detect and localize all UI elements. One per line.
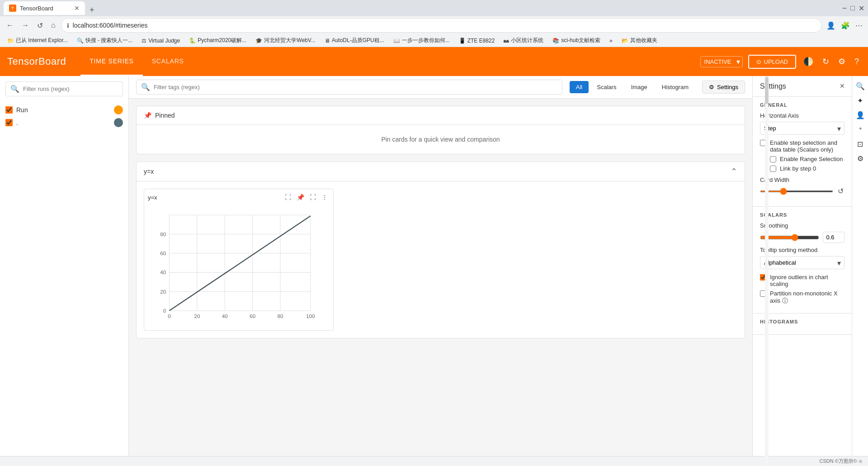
svg-text:0: 0: [168, 313, 171, 319]
right-edge-panel: 🔍 ✦ 👤 ⁺ ⊡ ⚙: [852, 76, 868, 456]
home-button[interactable]: ⌂: [48, 19, 58, 31]
svg-text:80: 80: [160, 231, 166, 237]
tensorboard-header: TensorBoard TIME SERIES SCALARS INACTIVE…: [0, 47, 868, 76]
window-minimize-button[interactable]: −: [842, 4, 847, 13]
more-menu-button[interactable]: ⋯: [854, 19, 864, 32]
right-edge-icon-4[interactable]: ⊡: [854, 138, 867, 150]
svg-text:0: 0: [163, 308, 166, 314]
bookmark-item-other[interactable]: 📂 其他收藏夹: [618, 36, 661, 45]
chart-svg-container: 0 20 40 60 80 0 20 40 60: [148, 205, 330, 327]
bookmark-item-5[interactable]: 🖥 AutoDL-品质GPU租...: [321, 36, 388, 45]
smoothing-label: Smoothing: [760, 222, 844, 229]
ignore-outliers-label: Ignore outliers in chart scaling: [770, 274, 844, 287]
expand-icon[interactable]: ⌃: [731, 166, 737, 176]
help-button[interactable]: ?: [853, 55, 861, 68]
right-edge-icon-1[interactable]: ✦: [854, 94, 867, 107]
right-edge-icon-5[interactable]: ⚙: [854, 152, 867, 165]
filter-search-icon: 🔍: [141, 83, 150, 91]
settings-close-button[interactable]: ×: [840, 81, 844, 91]
right-edge-icon-3[interactable]: ⁺: [854, 123, 867, 136]
card-width-label: Card Width: [760, 176, 844, 183]
fit-button[interactable]: ⛶: [283, 193, 293, 202]
svg-text:60: 60: [160, 250, 166, 256]
bookmark-item-3[interactable]: 🐍 Pycharm2020破解...: [185, 36, 250, 45]
nav-item-scalars[interactable]: SCALARS: [143, 47, 193, 76]
browser-navbar: ← → ↺ ⌂ ℹ localhost:6006/#timeseries 👤 🧩…: [0, 16, 868, 34]
bookmark-item-9[interactable]: 📚 sci-hub文献检索: [549, 36, 604, 45]
pin-icon: 📌: [144, 112, 151, 119]
run-item-0: Run: [5, 104, 123, 116]
theme-toggle-button[interactable]: 🌓: [802, 55, 815, 68]
bookmarks-bar: 📁 已从 Internet Explor... 🔍 快搜 - 搜索快人一... …: [0, 34, 868, 47]
bookmark-item-4[interactable]: 🎓 河北经贸大学WebV...: [252, 36, 319, 45]
enable-range-selection-checkbox[interactable]: [770, 156, 776, 162]
upload-button[interactable]: ⊙ UPLOAD: [748, 55, 796, 69]
svg-text:20: 20: [194, 313, 200, 319]
bookmark-item-8[interactable]: 🏘 小区统计系统: [500, 36, 547, 45]
refresh-button[interactable]: ↻: [821, 55, 831, 68]
back-button[interactable]: ←: [4, 19, 16, 31]
tab-scalars[interactable]: Scalars: [590, 81, 623, 93]
bookmark-item-7[interactable]: 📱 ZTE E8822: [455, 37, 499, 45]
reload-button[interactable]: ↺: [34, 19, 46, 32]
bookmark-item-2[interactable]: ⚖ Virtual Judge: [138, 37, 184, 45]
svg-line-23: [170, 216, 311, 310]
forward-button[interactable]: →: [19, 19, 32, 31]
run-checkbox-0[interactable]: [5, 106, 13, 114]
settings-scrollbar-track: [765, 76, 769, 456]
settings-button[interactable]: ⚙ Settings: [702, 81, 745, 94]
horizontal-axis-select[interactable]: Step Relative Wall: [760, 122, 844, 135]
extensions-icon[interactable]: 🧩: [839, 19, 852, 32]
new-tab-button[interactable]: +: [87, 5, 97, 15]
link-by-step-checkbox[interactable]: [770, 166, 776, 172]
bookmark-item-6[interactable]: 📖 一步一步教你如何...: [390, 36, 453, 45]
bookmark-item-1[interactable]: 🔍 快搜 - 搜索快人一...: [73, 36, 137, 45]
tab-image[interactable]: Image: [625, 81, 654, 93]
nav-item-timeseries[interactable]: TIME SERIES: [80, 47, 142, 76]
tab-all[interactable]: All: [570, 81, 589, 93]
expand-chart-button[interactable]: ⛶: [308, 193, 318, 202]
horizontal-axis-label: Horizontal Axis: [760, 112, 844, 119]
more-options-button[interactable]: ⋮: [320, 193, 330, 202]
filter-runs-input[interactable]: [23, 86, 118, 92]
tooltip-sorting-select[interactable]: Alphabetical Ascending Descending Defaul…: [760, 256, 844, 269]
status-text: CSDN ©万图所© ⊙: [820, 458, 863, 465]
settings-scrollbar-thumb[interactable]: [765, 77, 769, 104]
horizontal-axis-select-wrapper: Step Relative Wall ▾: [760, 122, 844, 135]
tooltip-sorting-select-wrapper: Alphabetical Ascending Descending Defaul…: [760, 256, 844, 269]
smoothing-slider[interactable]: [760, 234, 819, 241]
pin-button[interactable]: 📌: [295, 193, 306, 202]
browser-tab-tensorboard[interactable]: T TensorBoard ✕: [4, 1, 85, 15]
chart-area: 📌 Pinned Pin cards for a quick view and …: [129, 99, 752, 456]
card-width-slider[interactable]: [760, 190, 833, 192]
browser-chrome: T TensorBoard ✕ + − □ ✕ ← → ↺ ⌂ ℹ localh…: [0, 0, 868, 47]
status-bar: CSDN ©万图所© ⊙: [0, 456, 868, 466]
right-edge-icon-0[interactable]: 🔍: [854, 80, 867, 92]
browser-action-buttons: 👤 🧩 ⋯: [825, 19, 864, 32]
address-bar[interactable]: ℹ localhost:6006/#timeseries: [61, 18, 822, 33]
window-close-button[interactable]: ✕: [859, 4, 864, 13]
bookmark-item-0[interactable]: 📁 已从 Internet Explor...: [4, 36, 71, 45]
enable-range-selection-label: Enable Range Selection: [780, 156, 843, 162]
run-label-0: Run: [16, 106, 110, 114]
app-container: TensorBoard TIME SERIES SCALARS INACTIVE…: [0, 47, 868, 466]
window-maximize-button[interactable]: □: [850, 4, 855, 12]
run-checkbox-1[interactable]: [5, 119, 13, 126]
profile-icon[interactable]: 👤: [825, 19, 837, 32]
svg-text:60: 60: [250, 313, 255, 319]
link-by-step-label: Link by step 0: [780, 165, 816, 172]
pin-placeholder: Pin cards for a quick view and compariso…: [137, 125, 745, 154]
bookmark-more-icon[interactable]: »: [606, 37, 616, 45]
settings-btn-label: Settings: [717, 84, 738, 90]
right-edge-icon-2[interactable]: 👤: [854, 109, 867, 121]
filter-tags-input[interactable]: [154, 84, 557, 90]
tab-histogram[interactable]: Histogram: [656, 81, 695, 93]
settings-icon-button[interactable]: ⚙: [836, 55, 847, 68]
search-icon: 🔍: [10, 85, 19, 93]
browser-titlebar: T TensorBoard ✕ + − □ ✕: [0, 0, 868, 16]
status-select[interactable]: INACTIVE ACTIVE: [700, 56, 743, 67]
tab-close-icon[interactable]: ✕: [74, 5, 80, 12]
run-color-1: [114, 118, 123, 127]
smoothing-input[interactable]: 0.6: [823, 232, 844, 243]
card-width-reset-button[interactable]: ↺: [837, 186, 844, 196]
